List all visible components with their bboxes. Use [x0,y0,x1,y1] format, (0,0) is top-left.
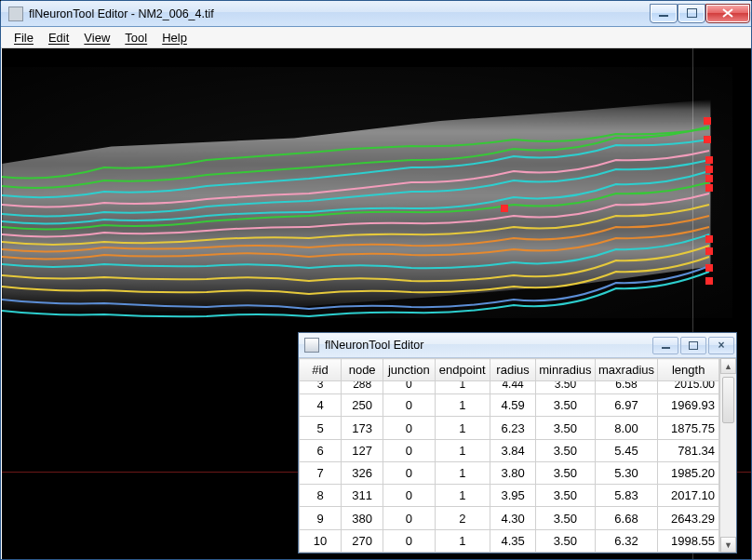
menu-view[interactable]: View [76,29,117,47]
menu-tool[interactable]: Tool [117,29,154,47]
cell: 3.50 [536,461,596,484]
scroll-up-button[interactable]: ▲ [720,358,736,374]
child-app-icon [304,338,319,353]
col-junction[interactable]: junction [383,359,435,381]
cell: 5 [300,417,342,439]
col-endpoint[interactable]: endpoint [435,359,490,381]
cell: 1 [435,529,490,552]
col-minradius[interactable]: minradius [536,359,596,381]
main-title-bar[interactable]: flNeuronTool Editor - NM2_006_4.tif [1,1,751,27]
endpoint-marker[interactable] [501,205,508,212]
endpoint-marker[interactable] [705,175,713,182]
table-row[interactable]: 5173016.233.508.001875.75 [300,417,719,439]
cell: 8 [300,485,342,507]
minimize-button[interactable] [651,5,677,22]
close-button[interactable] [706,5,749,22]
child-window[interactable]: flNeuronTool Editor × #id node junction … [298,332,737,553]
cell: 1969.93 [658,394,719,417]
cell: 3.50 [536,394,596,417]
cell: 3.50 [536,417,596,439]
cell: 10 [300,529,342,552]
cell: 173 [342,417,383,439]
child-maximize-button[interactable] [680,337,706,354]
tissue-shape [2,100,732,313]
scroll-thumb[interactable] [722,377,734,423]
cell: 326 [342,461,383,484]
fiber-path [2,182,709,229]
col-radius[interactable]: radius [490,359,535,381]
cell: 9 [300,507,342,529]
col-length[interactable]: length [658,359,719,381]
cell: 1985.20 [658,461,719,484]
col-maxradius[interactable]: maxradius [595,359,658,381]
cell: 3 [300,381,342,394]
col-id[interactable]: #id [300,359,342,381]
endpoint-marker[interactable] [704,136,711,143]
endpoint-marker[interactable] [705,264,713,272]
child-close-button[interactable]: × [708,337,734,354]
cell: 3.84 [490,439,535,461]
endpoint-marker[interactable] [705,247,713,255]
cell: 250 [342,394,383,417]
fiber-path [2,272,709,316]
fiber-path [2,193,709,236]
cell: 1 [435,439,490,461]
table-row[interactable]: 6127013.843.505.45781.34 [300,439,719,461]
cell: 5.30 [595,461,658,484]
cell: 6.97 [595,394,658,417]
neuron-table[interactable]: #id node junction endpoint radius minrad… [299,358,719,553]
main-window-title: flNeuronTool Editor - NM2_006_4.tif [29,7,649,20]
cell: 1 [435,485,490,507]
endpoint-marker[interactable] [705,184,713,192]
cell: 3.50 [536,529,596,552]
maximize-button[interactable] [678,5,705,22]
child-minimize-button[interactable] [652,337,678,354]
cell: 781.34 [658,439,719,461]
menu-file[interactable]: File [7,29,41,47]
table-row[interactable]: 7326013.803.505.301985.20 [300,461,719,484]
cell: 4.59 [490,394,535,417]
endpoint-marker[interactable] [704,117,711,125]
endpoint-marker[interactable] [705,166,713,173]
menu-edit[interactable]: Edit [41,29,76,47]
table-row[interactable]: 9380024.303.506.682643.29 [300,507,719,529]
cell: 2643.29 [658,507,719,529]
endpoint-marker[interactable] [705,277,713,285]
fiber-path [2,216,709,251]
cell: 3.50 [536,381,596,394]
fiber-path [2,266,709,309]
cell: 3.50 [536,485,596,507]
endpoint-marker[interactable] [705,156,713,164]
cell: 7 [300,461,342,484]
cell: 4.44 [490,381,535,394]
cell: 1 [435,417,490,439]
cell: 270 [342,529,383,552]
fiber-path [2,246,709,281]
fiber-path [2,205,709,245]
fiber-path [2,227,709,259]
cell: 8.00 [595,417,658,439]
close-icon [722,8,733,18]
child-title-bar[interactable]: flNeuronTool Editor × [299,333,736,358]
table-row[interactable]: 3288014.443.506.582015.00 [300,381,719,394]
menu-help[interactable]: Help [154,29,195,47]
cell: 4.35 [490,529,535,552]
cell: 0 [383,507,435,529]
table-row[interactable]: 10270014.353.506.321998.55 [300,529,719,552]
table-row[interactable]: 4250014.593.506.971969.93 [300,394,719,417]
table-row[interactable]: 8311013.953.505.832017.10 [300,485,719,507]
cell: 0 [383,461,435,484]
fiber-path [2,151,709,207]
fiber-path [2,128,709,179]
scroll-down-button[interactable]: ▼ [720,537,736,553]
cell: 1 [435,381,490,394]
cell: 6.68 [595,507,658,529]
cell: 1 [435,394,490,417]
child-window-title: flNeuronTool Editor [325,339,423,352]
cell: 4.30 [490,507,535,529]
table-scrollbar[interactable]: ▲ ▼ [719,358,736,553]
endpoint-marker[interactable] [705,235,713,243]
col-node[interactable]: node [342,359,383,381]
table-header-row: #id node junction endpoint radius minrad… [300,359,719,381]
cell: 2017.10 [658,485,719,507]
